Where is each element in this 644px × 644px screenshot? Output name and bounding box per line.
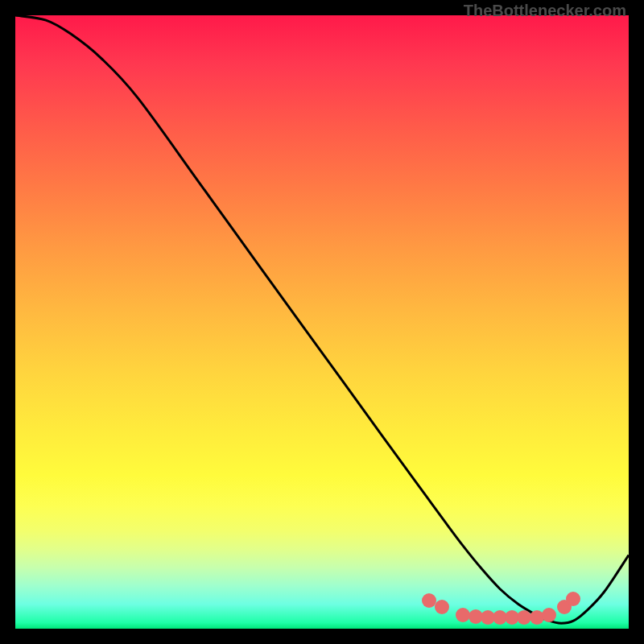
marker-dot bbox=[435, 600, 449, 614]
marker-dot bbox=[566, 592, 580, 606]
plot-area bbox=[15, 15, 629, 629]
chart-container: TheBottlenecker.com bbox=[0, 0, 644, 644]
marker-dot bbox=[542, 608, 556, 622]
bottleneck-curve bbox=[15, 15, 629, 629]
watermark-text: TheBottlenecker.com bbox=[464, 2, 626, 20]
